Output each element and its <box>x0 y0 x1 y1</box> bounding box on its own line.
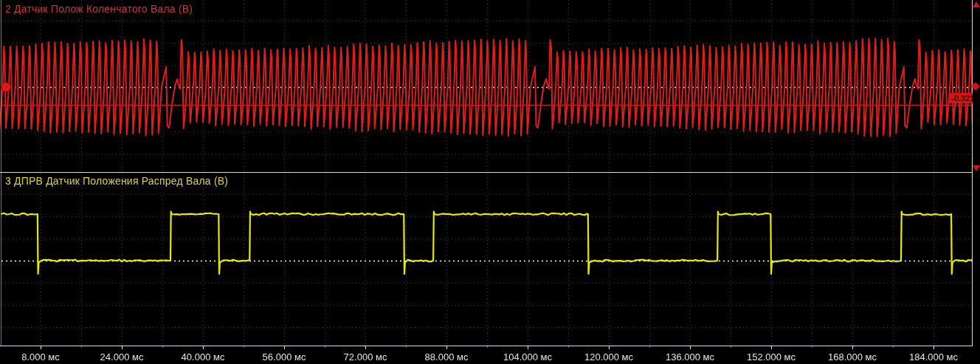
time-tick-label: 8.000 мс <box>21 351 60 363</box>
time-tick-label: 72.000 мс <box>344 351 387 363</box>
time-tick-label: 136.000 мс <box>666 351 714 363</box>
time-tick-label: 104.000 мс <box>503 351 552 363</box>
channel2-position-thumb-icon[interactable] <box>971 82 979 90</box>
time-tick-label: 88.000 мс <box>425 351 469 363</box>
time-tick-label: 120.000 мс <box>584 351 633 363</box>
time-tick-label: 152.000 мс <box>747 351 796 363</box>
time-tick-label: 56.000 мс <box>263 351 306 363</box>
waveform-plot-canvas[interactable] <box>0 0 980 364</box>
time-tick-label: 24.000 мс <box>100 351 144 363</box>
scroll-down-arrow-icon[interactable] <box>973 165 980 171</box>
time-tick-label: 40.000 мс <box>182 351 225 363</box>
scroll-up-arrow-icon[interactable] <box>973 1 980 7</box>
oscilloscope-screen: 2 Датчик Полож Коленчатого Вала (В) 3 ДП… <box>0 0 980 364</box>
time-tick-label: 184.000 мс <box>909 351 958 363</box>
time-tick-label: 168.000 мс <box>828 351 877 363</box>
time-axis: 8.000 мс24.000 мс40.000 мс56.000 мс72.00… <box>0 346 980 364</box>
channel2-ground-marker-icon[interactable] <box>1 82 11 92</box>
channel2-position-scrollbar[interactable] <box>973 0 980 346</box>
